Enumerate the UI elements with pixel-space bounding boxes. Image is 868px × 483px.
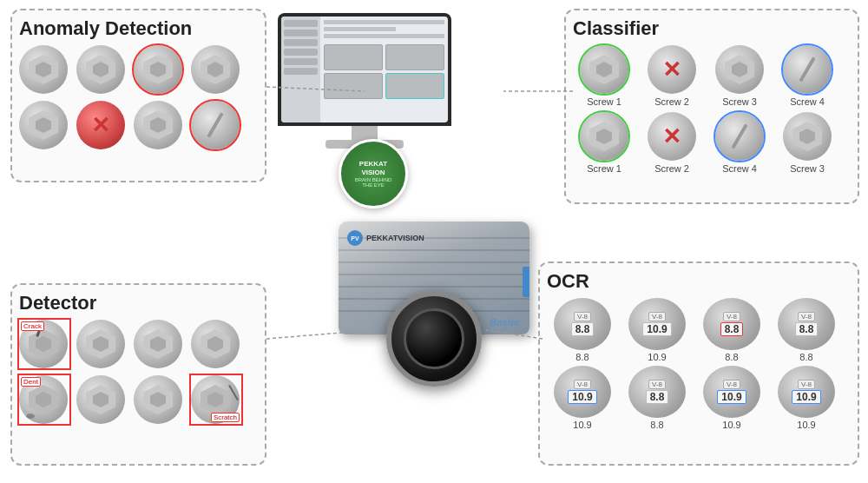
ocr-top-label: V-8: [723, 312, 740, 321]
classifier-label: Screw 2: [654, 96, 689, 107]
ocr-cell-5: V-8 10.9 10.9: [547, 366, 618, 430]
detector-box: Detector Crack Dent Scratch: [10, 283, 266, 466]
camera-brand-label: PEKKATVISION: [366, 234, 424, 242]
cross-icon: ✕: [662, 58, 681, 81]
ocr-main-value: 8.8: [795, 322, 819, 336]
camera-fin: [339, 249, 529, 251]
detector-screw: [134, 320, 182, 368]
ocr-bottom-value: 10.9: [797, 420, 815, 430]
ocr-top-label: V-8: [798, 312, 815, 321]
ocr-bottom-value: 10.9: [722, 420, 740, 430]
camera-fin: [339, 274, 529, 275]
camera-lens-mount: [386, 291, 482, 387]
ocr-main-value: 8.8: [571, 322, 595, 336]
ocr-screw: V-8 10.9: [554, 366, 611, 418]
ocr-cell-4: V-8 8.8 8.8: [771, 298, 842, 362]
classifier-cell-2-2: ✕ Screw 2: [641, 112, 703, 174]
ocr-bottom-value: 8.8: [650, 420, 663, 430]
ocr-main-value-highlight: 10.9: [568, 390, 596, 404]
classifier-cell-1-3: Screw 3: [708, 45, 771, 107]
ocr-top-label: V-8: [648, 380, 666, 389]
classifier-box: Classifier Screw 1 ✕ Screw 2 Screw 3 Scr…: [564, 9, 859, 204]
ocr-top-label: V-8: [723, 380, 740, 389]
camera-fin: [339, 286, 529, 288]
ocr-screw: V-8 10.9: [778, 366, 835, 418]
classifier-screw: [783, 112, 832, 161]
detector-cell-dent: Dent: [19, 375, 69, 424]
classifier-cell-2-4: Screw 3: [776, 112, 838, 174]
detector-screw: [76, 375, 125, 424]
classifier-cell-1-2: ✕ Screw 2: [641, 45, 703, 107]
classifier-label: Screw 1: [587, 96, 621, 107]
classifier-label: Screw 4: [722, 163, 757, 174]
camera-blue-accent: [523, 267, 529, 297]
pekkatvision-logo-badge: PEKKAT VISION BRAIN BEHINDTHE EYE: [339, 139, 408, 208]
ocr-top-label: V-8: [574, 312, 591, 321]
classifier-screw: [715, 45, 764, 94]
camera-lens-inner: [404, 308, 464, 369]
ocr-bottom-value: 8.8: [725, 352, 738, 362]
logo-sub: BRAIN BEHINDTHE EYE: [355, 177, 392, 188]
sidebar-item: [284, 58, 318, 65]
anomaly-screw-7: [134, 101, 182, 149]
monitor-screen: [281, 17, 448, 122]
ocr-bottom-value: 10.9: [573, 420, 591, 430]
classifier-screw: ✕: [648, 112, 696, 161]
anomaly-screw-3: [134, 45, 182, 94]
monitor-images: [324, 44, 444, 99]
content-line: [324, 20, 444, 24]
defect-label-scratch: Scratch: [211, 413, 240, 422]
ocr-main-value-highlight: 10.9: [717, 390, 746, 404]
classifier-cell-1-4: Screw 4: [776, 45, 838, 107]
ocr-main-value-error: 8.8: [720, 322, 744, 336]
ocr-screw: V-8 8.8: [703, 298, 760, 350]
camera-logo-area: PV PEKKATVISION: [347, 230, 424, 246]
classifier-cell-1-1: Screw 1: [573, 45, 635, 107]
camera-logo-text: PV: [351, 235, 358, 242]
ocr-cell-6: V-8 8.8 8.8: [621, 366, 693, 430]
ocr-screw: V-8 8.8: [554, 298, 611, 350]
sidebar-item: [284, 20, 318, 27]
monitor-img: [385, 44, 444, 70]
ocr-top-label: V-8: [574, 380, 591, 389]
error-cross-icon: ✕: [91, 114, 110, 136]
camera: PV PEKKATVISION Basler: [286, 204, 564, 413]
camera-body: PV PEKKATVISION Basler: [339, 222, 529, 334]
classifier-screw: [783, 45, 832, 94]
content-line: [324, 34, 444, 38]
classifier-label: Screw 2: [654, 163, 689, 174]
monitor-content: [320, 17, 448, 122]
anomaly-screw-5: [19, 101, 68, 149]
ocr-cell-8: V-8 10.9 10.9: [771, 366, 842, 430]
classifier-cell-2-3: Screw 4: [708, 112, 771, 174]
classifier-label: Screw 3: [722, 96, 757, 107]
anomaly-screw-6-error: ✕: [76, 101, 125, 149]
ocr-bottom-value: 8.8: [799, 352, 812, 362]
anomaly-screw-4: [191, 45, 240, 94]
defect-label-dent: Dent: [21, 377, 41, 387]
ocr-screw: V-8 10.9: [703, 366, 760, 418]
ocr-cell-2: V-8 10.9 10.9: [621, 298, 693, 362]
classifier-screw: ✕: [648, 45, 696, 94]
ocr-top-label: V-8: [648, 312, 666, 321]
detector-screw: [134, 375, 182, 424]
camera-fin: [339, 261, 529, 263]
camera-brand: Basler: [490, 317, 519, 328]
camera-logo-circle: PV: [347, 230, 363, 246]
classifier-label: Screw 4: [790, 96, 825, 107]
classifier-title: Classifier: [573, 17, 851, 40]
content-line: [324, 27, 396, 31]
monitor-img: [324, 44, 383, 70]
ocr-screw: V-8 8.8: [778, 298, 835, 350]
monitor-stand-neck: [352, 126, 378, 140]
ocr-top-label: V-8: [798, 380, 815, 389]
detector-screw: [76, 320, 125, 368]
dent-mark: [26, 414, 35, 419]
ocr-main-value: 10.9: [642, 322, 671, 336]
detector-cell-3: [134, 320, 184, 368]
ocr-bottom-value: 8.8: [575, 352, 589, 362]
ocr-cell-7: V-8 10.9 10.9: [696, 366, 767, 430]
monitor-screen-wrap: [278, 13, 451, 126]
anomaly-screw-8: [191, 101, 240, 149]
classifier-grid: Screw 1 ✕ Screw 2 Screw 3 Screw 4 Screw …: [573, 45, 851, 174]
